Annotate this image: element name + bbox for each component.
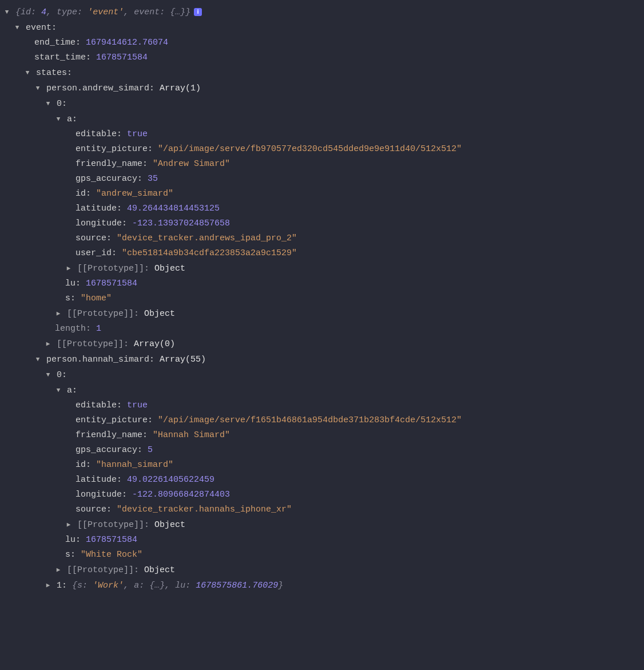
tree-row[interactable]: entity_picture: "/api/image/serve/f1651b… [3, 413, 644, 428]
tree-row-end-time[interactable]: end_time: 1679414612.76074 [3, 35, 644, 50]
tree-row-person-andrew[interactable]: ▼ person.andrew_simard: Array(1) [3, 81, 644, 96]
tree-row[interactable]: s: "White Rock" [3, 548, 644, 562]
tree-row[interactable]: source: "device_tracker.andrews_ipad_pro… [3, 231, 644, 246]
tree-row[interactable]: id: "andrew_simard" [3, 187, 644, 201]
tree-row[interactable]: length: 1 [3, 322, 644, 336]
tree-row-prototype[interactable]: ▶ [[Prototype]]: Array(0) [3, 336, 644, 352]
root-preview: {id: 4, type: 'event', event: {…}} [15, 7, 190, 17]
tree-row-event[interactable]: ▼ event: [3, 20, 644, 35]
tree-row[interactable]: entity_picture: "/api/image/serve/fb9705… [3, 142, 644, 157]
chevron-right-icon[interactable]: ▶ [65, 517, 72, 532]
tree-row[interactable]: friendly_name: "Andrew Simard" [3, 157, 644, 172]
info-icon[interactable]: i [194, 8, 202, 16]
tree-row-prototype[interactable]: ▶ [[Prototype]]: Object [3, 562, 644, 578]
tree-row-root[interactable]: ▼ {id: 4, type: 'event', event: {…}}i [3, 5, 644, 20]
tree-row-start-time[interactable]: start_time: 1678571584 [3, 50, 644, 65]
tree-row[interactable]: editable: true [3, 398, 644, 413]
tree-row-hannah-a[interactable]: ▼ a: [3, 383, 644, 398]
tree-row-prototype[interactable]: ▶ [[Prototype]]: Object [3, 306, 644, 322]
chevron-right-icon[interactable]: ▶ [45, 578, 51, 593]
tree-row[interactable]: lu: 1678571584 [3, 276, 644, 291]
tree-row[interactable]: id: "hannah_simard" [3, 458, 644, 473]
chevron-down-icon[interactable]: ▼ [34, 81, 41, 96]
tree-row-andrew-0[interactable]: ▼ 0: [3, 96, 644, 112]
chevron-down-icon[interactable]: ▼ [34, 352, 41, 367]
tree-row[interactable]: lu: 1678571584 [3, 533, 644, 548]
chevron-down-icon[interactable]: ▼ [24, 65, 31, 80]
tree-row-prototype[interactable]: ▶ [[Prototype]]: Object [3, 261, 644, 276]
tree-row-prototype[interactable]: ▶ [[Prototype]]: Object [3, 517, 644, 533]
tree-row[interactable]: latitude: 49.264434814453125 [3, 201, 644, 216]
chevron-down-icon[interactable]: ▼ [55, 383, 62, 398]
tree-row[interactable]: gps_accuracy: 5 [3, 443, 644, 458]
chevron-down-icon[interactable]: ▼ [14, 20, 21, 35]
chevron-down-icon[interactable]: ▼ [45, 96, 51, 111]
tree-row[interactable]: gps_accuracy: 35 [3, 172, 644, 187]
tree-row[interactable]: user_id: "cbe51814a9b34cdfa223853a2a9c15… [3, 246, 644, 261]
tree-row-states[interactable]: ▼ states: [3, 65, 644, 81]
tree-row[interactable]: longitude: -123.13937024857658 [3, 216, 644, 231]
chevron-down-icon[interactable]: ▼ [55, 112, 62, 126]
tree-row-person-hannah[interactable]: ▼ person.hannah_simard: Array(55) [3, 352, 644, 367]
chevron-right-icon[interactable]: ▶ [55, 306, 62, 321]
tree-row-hannah-0[interactable]: ▼ 0: [3, 367, 644, 383]
tree-row[interactable]: friendly_name: "Hannah Simard" [3, 428, 644, 443]
chevron-right-icon[interactable]: ▶ [65, 261, 72, 276]
index-1-preview: {s: 'Work', a: {…}, lu: 1678575861.76029… [72, 581, 283, 590]
chevron-down-icon[interactable]: ▼ [45, 367, 51, 382]
chevron-right-icon[interactable]: ▶ [45, 336, 51, 351]
tree-row-andrew-a[interactable]: ▼ a: [3, 112, 644, 127]
tree-row-hannah-1[interactable]: ▶ 1: {s: 'Work', a: {…}, lu: 1678575861.… [3, 578, 644, 593]
tree-row[interactable]: longitude: -122.80966842874403 [3, 487, 644, 502]
chevron-right-icon[interactable]: ▶ [55, 562, 62, 577]
tree-row[interactable]: latitude: 49.02261405622459 [3, 473, 644, 487]
tree-row[interactable]: s: "home" [3, 291, 644, 306]
chevron-down-icon[interactable]: ▼ [3, 5, 10, 19]
tree-row[interactable]: source: "device_tracker.hannahs_iphone_x… [3, 502, 644, 517]
tree-row[interactable]: editable: true [3, 127, 644, 142]
